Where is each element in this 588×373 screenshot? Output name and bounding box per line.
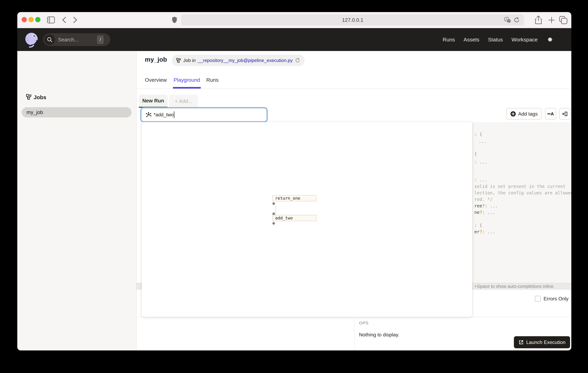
text-caret bbox=[174, 111, 174, 118]
op-node-add-two[interactable]: add_two bbox=[272, 215, 316, 221]
zoom-window-button[interactable] bbox=[35, 17, 41, 22]
ops-section-header: OPS bbox=[359, 321, 368, 326]
tab-overview-icon[interactable] bbox=[559, 16, 568, 24]
edge-line bbox=[275, 206, 276, 215]
translate-icon[interactable]: A 文 bbox=[504, 17, 511, 23]
close-window-button[interactable] bbox=[22, 17, 27, 22]
schema-line: : ... bbox=[474, 177, 487, 183]
reload-icon[interactable] bbox=[514, 17, 520, 23]
errors-only-control: Errors Only bbox=[535, 296, 568, 302]
schema-line: : { bbox=[474, 132, 482, 137]
autocomplete-icon: ••A bbox=[547, 111, 554, 117]
sidebar-item-my-job[interactable]: my_job bbox=[22, 107, 132, 117]
sidebar-item-label: my_job bbox=[27, 107, 43, 117]
launch-icon bbox=[518, 340, 524, 345]
schema-line: { bbox=[474, 152, 477, 156]
schema-comment-line: red. */ bbox=[474, 197, 493, 202]
op-node-return-one[interactable]: return_one bbox=[272, 195, 316, 201]
refresh-job-icon[interactable] bbox=[295, 58, 300, 63]
output-port-dot bbox=[272, 202, 275, 205]
plus-circle-icon bbox=[510, 111, 516, 117]
input-port-dot bbox=[272, 212, 275, 215]
schema-comment-line: lection, the config values are allowed bbox=[474, 190, 571, 196]
config-schema-panel: : { ... { : ... : ... solid is not prese… bbox=[472, 122, 571, 283]
forward-button[interactable] bbox=[73, 16, 78, 23]
ops-empty-text: Nothing to display. bbox=[359, 332, 399, 338]
launch-execution-button[interactable]: Launch Execution bbox=[514, 336, 570, 348]
autocomplete-toggle-button[interactable]: ••A bbox=[545, 108, 556, 120]
tab-playground[interactable]: Playground bbox=[174, 77, 200, 83]
search-placeholder: Search... bbox=[58, 37, 78, 43]
jobs-icon bbox=[26, 94, 32, 100]
new-tab-icon[interactable] bbox=[548, 17, 555, 23]
add-run-label: + Add... bbox=[175, 98, 192, 104]
app-nav: Runs Assets Status Workspace bbox=[443, 28, 553, 51]
url-bar[interactable]: 127.0.0.1 A 文 bbox=[181, 14, 524, 26]
dagster-logo[interactable] bbox=[24, 32, 39, 48]
tab-add-run[interactable]: + Add... bbox=[169, 95, 198, 108]
nav-workspace[interactable]: Workspace bbox=[512, 37, 538, 43]
tab-new-run[interactable]: New Run bbox=[139, 95, 168, 108]
schema-line: ree?: ... bbox=[474, 203, 498, 208]
url-text: 127.0.0.1 bbox=[181, 14, 524, 26]
svg-text:文: 文 bbox=[508, 20, 510, 22]
preview-vertical-divider bbox=[355, 317, 355, 351]
sidebar-toggle-icon[interactable] bbox=[47, 16, 55, 24]
sidebar: Jobs my_job __repository__my_job bbox=[17, 51, 136, 351]
svg-text:A: A bbox=[506, 18, 508, 21]
search-input[interactable]: Search... / bbox=[43, 33, 110, 46]
nav-runs[interactable]: Runs bbox=[443, 37, 455, 43]
tab-overview[interactable]: Overview bbox=[145, 77, 167, 83]
job-icon bbox=[176, 58, 181, 63]
new-run-label: New Run bbox=[142, 98, 164, 104]
job-pipeline-link[interactable]: __repository__my_job@pipeline_execution.… bbox=[198, 58, 293, 63]
nav-status[interactable]: Status bbox=[488, 37, 503, 43]
schema-line: : { bbox=[474, 223, 482, 228]
schema-line: : ... bbox=[474, 159, 487, 165]
privacy-shield-icon[interactable] bbox=[172, 16, 177, 23]
op-selector-icon bbox=[146, 112, 151, 118]
screenshot-stage: 127.0.0.1 A 文 bbox=[0, 0, 588, 373]
launch-label: Launch Execution bbox=[526, 340, 566, 345]
minimize-window-button[interactable] bbox=[28, 17, 34, 22]
add-tags-button[interactable]: Add tags bbox=[506, 108, 542, 120]
errors-only-checkbox[interactable] bbox=[535, 296, 541, 302]
job-origin-pill: Job in __repository__my_job@pipeline_exe… bbox=[172, 55, 305, 66]
job-pill-prefix: Job in bbox=[183, 58, 196, 63]
page-title: my_job bbox=[145, 56, 167, 63]
sidebar-title: Jobs bbox=[34, 94, 46, 100]
op-selector-input[interactable]: *add_two bbox=[141, 108, 267, 121]
graph-preview-popover[interactable]: return_one add_two bbox=[142, 122, 472, 317]
back-button[interactable] bbox=[62, 16, 67, 23]
browser-window: 127.0.0.1 A 文 bbox=[17, 12, 571, 351]
schema-line: er?: ... bbox=[474, 229, 495, 234]
hint-text: +Space to show auto-completions inline. bbox=[474, 284, 555, 289]
errors-only-label: Errors Only bbox=[544, 296, 568, 302]
expand-panel-icon bbox=[562, 111, 568, 117]
schema-line: ne?: ... bbox=[474, 210, 495, 215]
tabs-divider bbox=[136, 88, 571, 89]
output-port-dot bbox=[272, 222, 275, 225]
active-tab-underline bbox=[173, 87, 201, 88]
share-icon[interactable] bbox=[535, 15, 542, 24]
browser-toolbar: 127.0.0.1 A 文 bbox=[17, 12, 571, 28]
app-header: Search... / Runs Assets Status Workspace bbox=[17, 28, 571, 51]
search-shortcut-key: / bbox=[97, 35, 104, 44]
nav-assets[interactable]: Assets bbox=[463, 37, 479, 43]
toggle-panel-button[interactable] bbox=[559, 108, 570, 120]
main-content: my_job Job in __repository__my_job@pipel… bbox=[136, 51, 571, 351]
tab-runs[interactable]: Runs bbox=[206, 77, 219, 83]
gear-icon[interactable] bbox=[546, 36, 553, 43]
op-selector-value: *add_two bbox=[154, 112, 174, 118]
schema-line: ... bbox=[479, 139, 487, 144]
add-tags-label: Add tags bbox=[518, 111, 538, 117]
search-icon bbox=[44, 34, 55, 45]
preview-panel-divider bbox=[136, 317, 571, 317]
schema-comment-line: solid is not present in the current bbox=[474, 184, 566, 189]
